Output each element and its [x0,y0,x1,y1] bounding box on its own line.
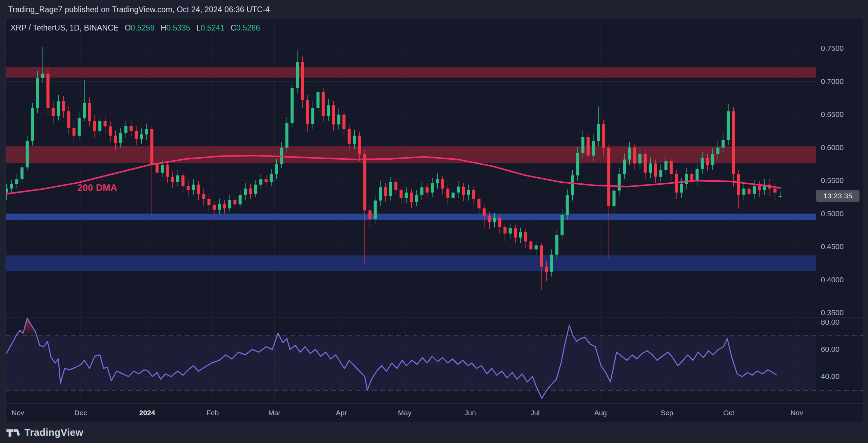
tradingview-logo-icon[interactable] [5,425,20,440]
symbol-legend[interactable]: XRP / TetherUS, 1D, BINANCE O0.5259H0.53… [11,23,260,33]
price-tick: 0.7000 [821,77,862,86]
ohlc-values: O0.5259H0.5335L0.5241C0.5266 [125,23,260,33]
chart-canvas[interactable] [6,19,864,422]
ohlc-l: L0.5241 [196,23,224,33]
price-tick: 0.6000 [821,143,862,152]
month-tick: Apr [326,408,357,417]
price-tick: 0.4000 [821,276,862,284]
bar-close-countdown: 13:23:35 [816,190,860,202]
rsi-tick: 80.00 [821,318,862,327]
month-tick: Jul [520,408,550,417]
price-tick: 0.5000 [821,209,862,218]
month-tick: Jun [455,408,486,417]
price-tick: 0.6500 [821,110,862,119]
footer: TradingView [5,424,83,441]
chart-frame: XRP / TetherUS, 1D, BINANCE O0.5259H0.53… [5,19,863,422]
month-tick: Feb [197,408,228,417]
tradingview-snapshot: { "header": { "published_line": "Trading… [0,0,868,443]
ohlc-h: H0.5335 [161,23,190,33]
symbol-title: XRP / TetherUS, 1D, BINANCE [11,23,119,33]
rsi-tick: 60.00 [821,345,862,354]
publication-text: Trading_Rage7 published on TradingView.c… [8,5,270,14]
month-tick: Mar [259,408,290,417]
month-tick: May [390,408,420,417]
ohlc-c: C0.5266 [231,23,260,33]
ohlc-o: O0.5259 [125,23,155,33]
rsi-tick: 40.00 [821,372,862,381]
month-tick: Oct [713,408,744,417]
dma-annotation: 200 DMA [67,183,128,193]
month-tick: Nov [3,408,33,417]
price-tick: 0.4500 [821,242,862,251]
price-tick: 0.5500 [821,176,862,185]
footer-brand-link[interactable]: TradingView [24,427,83,438]
month-tick: Dec [65,408,96,417]
month-tick: Sep [652,408,682,417]
price-tick: 0.7500 [821,44,862,53]
month-tick: 2024 [132,408,162,417]
price-tick: 0.3500 [821,308,862,317]
month-tick: Aug [585,408,616,417]
publication-header: Trading_Rage7 published on TradingView.c… [0,0,868,19]
month-tick: Nov [782,408,812,417]
